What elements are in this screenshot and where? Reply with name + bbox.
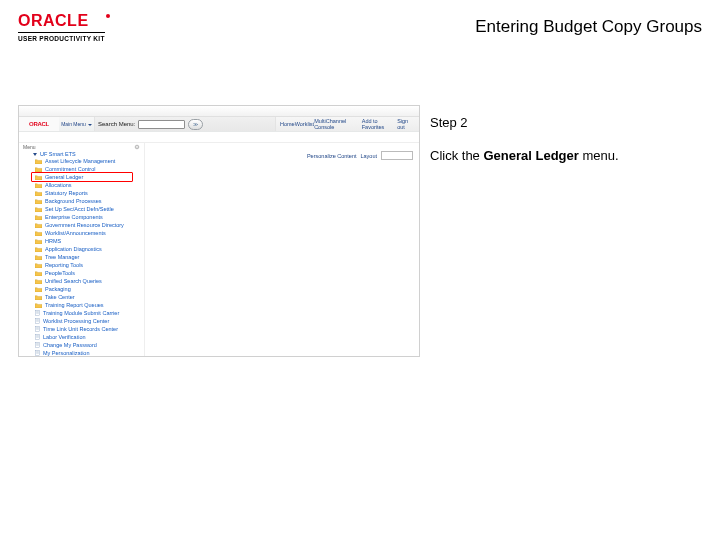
folder-icon bbox=[35, 287, 42, 292]
folder-icon bbox=[35, 239, 42, 244]
oracle-mini-logo: ORACL bbox=[29, 121, 49, 127]
menu-item-label: Asset Lifecycle Management bbox=[45, 157, 115, 165]
folder-icon bbox=[35, 199, 42, 204]
page-title: Entering Budget Copy Groups bbox=[475, 17, 702, 37]
menu-item[interactable]: Background Processes bbox=[19, 197, 144, 205]
menu-item[interactable]: Statutory Reports bbox=[19, 189, 144, 197]
menu-item-label: Government Resource Directory bbox=[45, 221, 124, 229]
menu-item-label: Allocations bbox=[45, 181, 72, 189]
app-screenshot: ORACL Main Menu Search Menu: Home Workli… bbox=[18, 105, 420, 357]
menu-item-label: Background Processes bbox=[45, 197, 102, 205]
document-icon bbox=[35, 318, 40, 324]
menu-item-label: My Personalization bbox=[43, 349, 89, 357]
folder-icon bbox=[35, 223, 42, 228]
main-menu-dropdown[interactable]: Main Menu bbox=[59, 117, 95, 131]
menu-item[interactable]: General Ledger bbox=[19, 173, 144, 181]
menu-item-label: Take Center bbox=[45, 293, 75, 301]
folder-icon bbox=[35, 191, 42, 196]
content-area: Personalize Content Layout bbox=[144, 143, 419, 357]
personalize-content-link[interactable]: Personalize Content bbox=[307, 153, 357, 159]
logo-text: ORACLE bbox=[18, 12, 105, 30]
folder-icon bbox=[35, 263, 42, 268]
menu-item-label: Worklist/Announcements bbox=[45, 229, 106, 237]
menu-item[interactable]: Allocations bbox=[19, 181, 144, 189]
folder-icon bbox=[35, 159, 42, 164]
menu-item[interactable]: Commitment Control bbox=[19, 165, 144, 173]
layout-label: Layout bbox=[360, 153, 377, 159]
nav-home[interactable]: Home bbox=[280, 121, 295, 127]
top-nav-links: Home Worklist MultiChannel Console Add t… bbox=[275, 117, 419, 131]
menu-item[interactable]: Asset Lifecycle Management bbox=[19, 157, 144, 165]
document-icon bbox=[35, 310, 40, 316]
document-icon bbox=[35, 342, 40, 348]
nav-worklist[interactable]: Worklist bbox=[295, 121, 314, 127]
folder-icon bbox=[35, 167, 42, 172]
menu-item[interactable]: Reporting Tools bbox=[19, 261, 144, 269]
menu-item-label: Labor Verification bbox=[43, 333, 86, 341]
step-label: Step 2 bbox=[430, 115, 619, 130]
folder-icon bbox=[35, 255, 42, 260]
menu-item-label: Training Report Queues bbox=[45, 301, 104, 309]
menu-item[interactable]: Worklist/Announcements bbox=[19, 229, 144, 237]
menu-item-label: Application Diagnostics bbox=[45, 245, 102, 253]
menu-item-label: Enterprise Components bbox=[45, 213, 103, 221]
folder-icon bbox=[35, 231, 42, 236]
document-icon bbox=[35, 334, 40, 340]
folder-icon bbox=[35, 295, 42, 300]
layout-select[interactable] bbox=[381, 151, 413, 160]
folder-icon bbox=[35, 279, 42, 284]
menu-item[interactable]: Training Module Submit Carrier bbox=[19, 309, 144, 317]
menu-item[interactable]: Government Resource Directory bbox=[19, 221, 144, 229]
folder-icon bbox=[35, 247, 42, 252]
menu-item-label: Training Module Submit Carrier bbox=[43, 309, 119, 317]
menu-panel-title: Menu bbox=[23, 144, 36, 150]
menu-item[interactable]: HRMS bbox=[19, 237, 144, 245]
menu-item[interactable]: Enterprise Components bbox=[19, 213, 144, 221]
menu-item[interactable]: Packaging bbox=[19, 285, 144, 293]
folder-icon bbox=[35, 215, 42, 220]
menu-item[interactable]: Take Center bbox=[19, 293, 144, 301]
menu-item-label: Packaging bbox=[45, 285, 71, 293]
menu-item-label: General Ledger bbox=[45, 173, 83, 181]
menu-item-label: Tree Manager bbox=[45, 253, 79, 261]
menu-item[interactable]: Change My Password bbox=[19, 341, 144, 349]
menu-item[interactable]: My Personalization bbox=[19, 349, 144, 357]
menu-item[interactable]: Tree Manager bbox=[19, 253, 144, 261]
menu-item[interactable]: Worklist Processing Center bbox=[19, 317, 144, 325]
search-input[interactable] bbox=[138, 120, 185, 129]
document-icon bbox=[35, 350, 40, 356]
menu-item[interactable]: Training Report Queues bbox=[19, 301, 144, 309]
nav-multichannel[interactable]: MultiChannel Console bbox=[314, 118, 362, 130]
folder-icon bbox=[35, 183, 42, 188]
folder-icon bbox=[35, 271, 42, 276]
search-label: Search Menu: bbox=[98, 121, 135, 127]
menu-item-label: HRMS bbox=[45, 237, 61, 245]
menu-item-label: Reporting Tools bbox=[45, 261, 83, 269]
menu-item-label: Unified Search Queries bbox=[45, 277, 102, 285]
nav-addto[interactable]: Add to Favorites bbox=[362, 118, 397, 130]
menu-item[interactable]: Unified Search Queries bbox=[19, 277, 144, 285]
folder-icon bbox=[35, 175, 42, 180]
svg-rect-10 bbox=[36, 326, 40, 331]
search-go-button[interactable] bbox=[188, 119, 203, 130]
menu-item[interactable]: Set Up Sec/Acct Defn/Settle bbox=[19, 205, 144, 213]
menu-item[interactable]: PeopleTools bbox=[19, 269, 144, 277]
chevron-down-icon bbox=[33, 153, 37, 156]
folder-icon bbox=[35, 303, 42, 308]
browser-chrome-strip bbox=[19, 106, 419, 117]
menu-item[interactable]: Time Link Unit Records Center bbox=[19, 325, 144, 333]
nav-signout[interactable]: Sign out bbox=[397, 118, 415, 130]
svg-rect-6 bbox=[36, 318, 40, 323]
document-icon bbox=[35, 326, 40, 332]
svg-rect-18 bbox=[36, 342, 40, 347]
menu-item[interactable]: Labor Verification bbox=[19, 333, 144, 341]
instruction-text: Click the General Ledger menu. bbox=[430, 148, 619, 163]
menu-item[interactable]: Application Diagnostics bbox=[19, 245, 144, 253]
menu-item-label: Commitment Control bbox=[45, 165, 95, 173]
menu-item-label: Time Link Unit Records Center bbox=[43, 325, 118, 333]
logo-subtitle: USER PRODUCTIVITY KIT bbox=[18, 32, 105, 42]
gear-icon[interactable] bbox=[134, 144, 140, 150]
menu-item-label: Set Up Sec/Acct Defn/Settle bbox=[45, 205, 114, 213]
svg-rect-14 bbox=[36, 334, 40, 339]
svg-point-1 bbox=[136, 146, 137, 147]
